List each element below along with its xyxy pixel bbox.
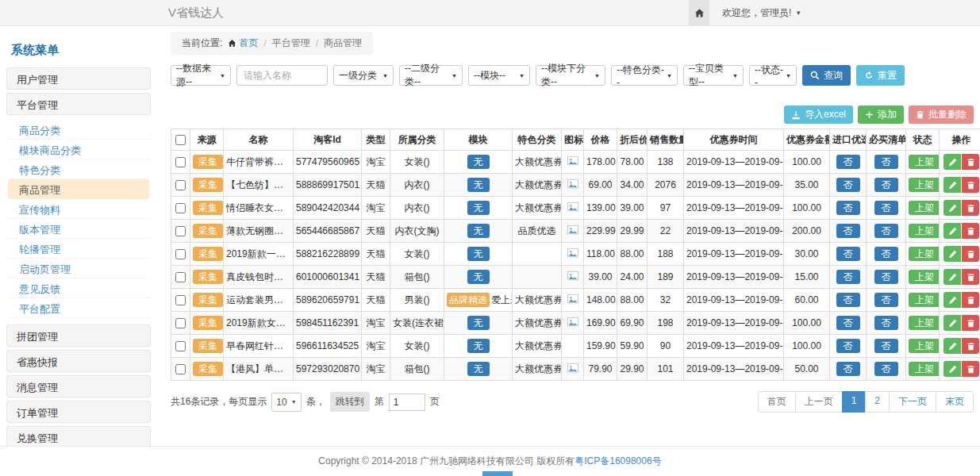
must-buy-toggle[interactable]: 否 (874, 339, 898, 353)
delete-button[interactable] (962, 361, 979, 377)
module-none-badge[interactable]: 无 (467, 316, 490, 330)
import-select-toggle[interactable]: 否 (836, 293, 860, 307)
must-buy-toggle[interactable]: 否 (874, 155, 898, 169)
search-button[interactable]: 查询 (802, 65, 851, 86)
status-select[interactable]: --状态--▼ (749, 65, 797, 86)
must-buy-toggle[interactable]: 否 (874, 293, 898, 307)
item-type-select[interactable]: --宝贝类型--▼ (683, 65, 744, 86)
page-number-input[interactable] (389, 393, 425, 411)
level2-category-select[interactable]: --二级分类--▼ (399, 65, 463, 86)
must-buy-toggle[interactable]: 否 (874, 247, 898, 261)
import-select-toggle[interactable]: 否 (836, 362, 860, 376)
import-select-toggle[interactable]: 否 (836, 178, 860, 192)
home-button[interactable] (689, 0, 709, 25)
row-checkbox[interactable] (175, 364, 186, 374)
sidebar-section-item[interactable]: 兑换管理 (6, 426, 151, 448)
jump-button[interactable]: 跳转到 (330, 392, 370, 412)
add-button[interactable]: 添加 (858, 106, 904, 124)
data-source-select[interactable]: --数据来源--▼ (171, 65, 231, 86)
pager-item[interactable]: 1 (842, 391, 867, 413)
status-button[interactable]: 上架 (909, 339, 940, 353)
status-button[interactable]: 上架 (909, 201, 940, 215)
sidebar-sub-item[interactable]: 轮播管理 (8, 239, 149, 259)
edit-button[interactable] (943, 154, 961, 170)
pager-item[interactable]: 末页 (936, 391, 974, 413)
per-page-select[interactable]: 10 ▼ (271, 393, 301, 412)
sidebar-sub-item[interactable]: 模块商品分类 (8, 140, 149, 159)
sidebar-section-item[interactable]: 消息管理 (6, 375, 151, 397)
delete-button[interactable] (962, 269, 979, 285)
sidebar-sub-item[interactable]: 意见反馈 (8, 278, 149, 298)
icp-link[interactable]: 粤ICP备16098006号 (575, 455, 661, 468)
delete-button[interactable] (962, 292, 979, 308)
delete-button[interactable] (962, 315, 979, 331)
module-none-badge[interactable]: 无 (467, 155, 490, 169)
reset-button[interactable]: 重置 (856, 65, 905, 86)
edit-button[interactable] (943, 269, 961, 285)
import-select-toggle[interactable]: 否 (836, 316, 860, 330)
user-menu[interactable]: 欢迎您，管理员! ▼ (722, 6, 801, 20)
must-buy-toggle[interactable]: 否 (874, 362, 898, 376)
module-none-badge[interactable]: 无 (467, 178, 490, 192)
module-none-badge[interactable]: 无 (467, 270, 490, 284)
sidebar-section-item[interactable]: 省惠快报 (6, 350, 151, 372)
delete-button[interactable] (962, 200, 979, 216)
row-checkbox[interactable] (175, 226, 186, 236)
sidebar-sub-item[interactable]: 特色分类 (8, 159, 149, 179)
sidebar-section-item[interactable]: 订单管理 (6, 401, 151, 423)
row-checkbox[interactable] (175, 157, 186, 167)
pager-item[interactable]: 上一页 (795, 391, 843, 413)
import-select-toggle[interactable]: 否 (836, 201, 860, 215)
row-checkbox[interactable] (175, 249, 186, 259)
delete-button[interactable] (962, 177, 979, 193)
edit-button[interactable] (943, 177, 961, 193)
module-none-badge[interactable]: 无 (467, 339, 490, 353)
must-buy-toggle[interactable]: 否 (874, 316, 898, 330)
must-buy-toggle[interactable]: 否 (874, 201, 898, 215)
breadcrumb-home-link[interactable]: 首页 (239, 36, 258, 50)
sidebar-sub-item[interactable]: 商品管理 (8, 179, 149, 199)
row-checkbox[interactable] (175, 295, 186, 305)
pager-item[interactable]: 首页 (758, 391, 796, 413)
delete-button[interactable] (962, 246, 979, 262)
status-button[interactable]: 上架 (909, 224, 940, 238)
status-button[interactable]: 上架 (909, 270, 940, 284)
row-checkbox[interactable] (175, 180, 186, 190)
status-button[interactable]: 上架 (909, 293, 940, 307)
pager-item[interactable]: 下一页 (889, 391, 936, 413)
delete-button[interactable] (962, 338, 979, 354)
import-select-toggle[interactable]: 否 (836, 247, 860, 261)
row-checkbox[interactable] (175, 203, 186, 213)
import-select-toggle[interactable]: 否 (836, 224, 860, 238)
module-none-badge[interactable]: 无 (467, 224, 490, 238)
module-select[interactable]: --模块--▼ (468, 65, 530, 86)
sidebar-sub-item[interactable]: 商品分类 (8, 120, 149, 140)
edit-button[interactable] (943, 200, 961, 216)
select-all-checkbox[interactable] (175, 135, 186, 145)
pager-item[interactable]: 2 (865, 391, 890, 413)
module-none-badge[interactable]: 无 (467, 362, 490, 376)
sidebar-section-item[interactable]: 拼团管理 (6, 324, 151, 347)
sidebar-sub-item[interactable]: 平台配置 (8, 298, 149, 318)
row-checkbox[interactable] (175, 318, 186, 328)
status-button[interactable]: 上架 (909, 178, 940, 192)
edit-button[interactable] (943, 361, 961, 377)
status-button[interactable]: 上架 (909, 316, 940, 330)
feature-category-select[interactable]: --特色分类--▼ (611, 65, 678, 86)
status-button[interactable]: 上架 (909, 247, 940, 261)
sidebar-section-item[interactable]: 平台管理 (6, 93, 151, 115)
must-buy-toggle[interactable]: 否 (874, 178, 898, 192)
must-buy-toggle[interactable]: 否 (874, 224, 898, 238)
edit-button[interactable] (943, 338, 961, 354)
must-buy-toggle[interactable]: 否 (874, 270, 898, 284)
import-select-toggle[interactable]: 否 (836, 270, 860, 284)
batch-delete-button[interactable]: 批量删除 (909, 106, 974, 124)
row-checkbox[interactable] (175, 272, 186, 282)
delete-button[interactable] (962, 154, 979, 170)
sidebar-sub-item[interactable]: 启动页管理 (8, 259, 149, 278)
import-select-toggle[interactable]: 否 (836, 339, 860, 353)
sidebar-section-item[interactable]: 用户管理 (6, 67, 151, 90)
edit-button[interactable] (943, 315, 961, 331)
import-excel-button[interactable]: 导入excel (784, 106, 853, 124)
edit-button[interactable] (943, 246, 961, 262)
